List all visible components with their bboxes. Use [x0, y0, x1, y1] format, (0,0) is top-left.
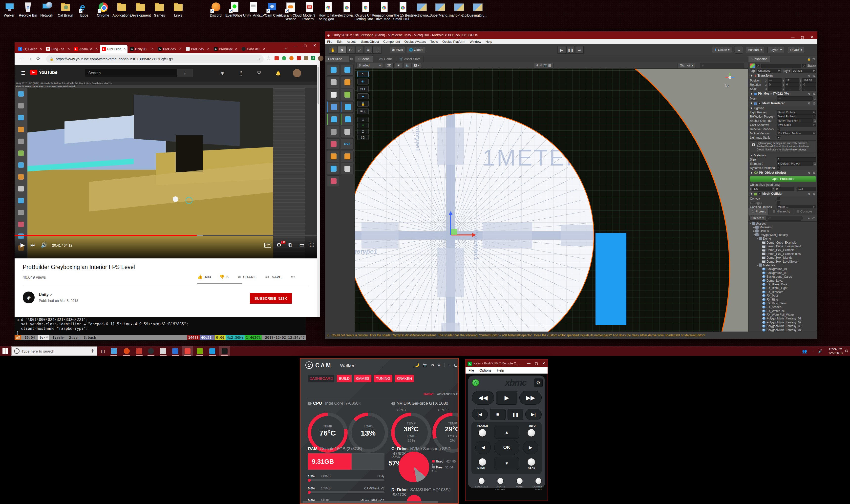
asset-demo-hex-levelselect[interactable]: Demo_Hex_LevelSelect	[748, 260, 815, 263]
left-button[interactable]: ◀	[475, 441, 491, 454]
power-button[interactable]: ⏻	[472, 379, 480, 386]
meshcollider-header[interactable]: ▼ ▦✓Mesh Collider⧉ ⚙	[748, 191, 817, 196]
next-button[interactable]: ▶|	[525, 409, 542, 420]
ok-button[interactable]: OK	[494, 440, 519, 455]
profile-avatar[interactable]	[318, 56, 323, 61]
asset-oculus[interactable]: ▶Oculus	[748, 229, 815, 233]
play-button[interactable]: ▶	[558, 46, 566, 54]
progress-track[interactable]	[203, 235, 320, 236]
inspector-menu-icon[interactable]: ▾≡	[812, 57, 815, 60]
video-player[interactable]: Unity 2017.1.0f3 (64bit) - Untitled - Pr…	[15, 82, 320, 258]
asset-fx-blank-dark[interactable]: FX_Blank_Dark	[748, 282, 815, 286]
browser-tab-8[interactable]: ◈ProBuilde✕	[212, 45, 239, 53]
settings-gear-icon[interactable]: ⚙	[276, 242, 282, 248]
cam-tab-tuning[interactable]: TUNING	[374, 375, 392, 382]
fullscreen-button[interactable]: ⛶	[310, 242, 314, 248]
rewind-button[interactable]: ◀◀	[472, 391, 494, 405]
progrids-3d-toggle[interactable]: 3D	[357, 135, 369, 140]
gizmos-dropdown[interactable]: Gizmos ▾	[677, 63, 695, 68]
progrids-snap-off-button[interactable]: OFF	[357, 86, 369, 92]
lighting-foldout[interactable]: Lighting	[754, 107, 764, 110]
maximize-button[interactable]: ▢	[454, 363, 458, 367]
rotate-tool-icon[interactable]: ⟳	[346, 46, 355, 54]
view-tab-expanded[interactable]: E	[456, 392, 458, 396]
rot-z-field[interactable]: 0	[802, 83, 816, 87]
probuilder-vertex-colors-button[interactable]	[341, 89, 354, 100]
youtube-logo-text[interactable]: YouTube	[39, 70, 57, 75]
progrids-y-axis[interactable]: Y	[357, 123, 369, 128]
send-text-button[interactable]	[478, 478, 485, 484]
pivot-toggle[interactable]: ◉ Pivot	[390, 47, 405, 53]
bookmark-star-icon[interactable]: ☆	[267, 56, 270, 61]
scene-lighting-icon[interactable]: ☀	[395, 63, 402, 68]
unity-menu-window[interactable]: Window	[470, 40, 481, 43]
project-search-input[interactable]: ⌕	[766, 216, 803, 221]
tray-volume-icon[interactable]: 🔊	[817, 348, 824, 355]
probuilder-freeze-transform-button[interactable]	[327, 175, 340, 187]
user-avatar[interactable]	[293, 69, 301, 77]
browser-tab-1[interactable]: f(1) Faceb✕	[16, 45, 44, 53]
dynamic-occluded-checkbox[interactable]: ✓	[777, 166, 780, 170]
taskbar-app-explorer[interactable]	[110, 348, 117, 355]
unity-menu-assets[interactable]: Assets	[347, 40, 356, 43]
mic-icon[interactable]: 🎙	[91, 349, 95, 353]
save-button[interactable]: SAVE	[272, 275, 282, 279]
element0-field[interactable]: ● Default_Prototy	[777, 162, 813, 166]
share-icon[interactable]: ➦	[238, 275, 241, 279]
asset-polygonminis-fantasy-03[interactable]: PolygonMinis_Fantasy_03	[748, 324, 815, 328]
page-scrollbar[interactable]	[317, 65, 320, 317]
mesh-field[interactable]: —	[777, 96, 813, 101]
scale-tool-icon[interactable]: ⤢	[355, 46, 364, 54]
probuilder-new-shape-button[interactable]	[327, 64, 340, 76]
new-tab-button[interactable]: +	[284, 46, 287, 52]
close-button[interactable]: ✕	[313, 43, 316, 48]
view-tab-advanced[interactable]: ADVANCED	[437, 392, 455, 396]
maximize-button[interactable]: ▢	[535, 360, 538, 367]
more-actions-icon[interactable]: •••	[291, 275, 295, 279]
asset-demo-cube-example[interactable]: Demo_Cube_Example	[748, 241, 815, 244]
cam-tab-dashboard[interactable]: DASHBOARD	[308, 375, 334, 382]
progrids-snap-icons[interactable]: ❄ ☀ 📷 ▦	[534, 63, 554, 68]
asset-background-cards[interactable]: Background_Cards	[748, 275, 815, 278]
scene-search-input[interactable]: ⌕	[700, 63, 744, 68]
create-dropdown[interactable]: Create ▾	[749, 216, 766, 221]
volume-icon[interactable]: 🔊	[41, 242, 48, 248]
tab-game[interactable]: 🎮 Game	[376, 56, 396, 62]
guide-hamburger-icon[interactable]: ☰	[21, 70, 25, 76]
task-view-button[interactable]: ◫	[100, 348, 106, 355]
probuilder-mirror-objects-button[interactable]	[327, 101, 340, 113]
blue-wall-object[interactable]	[596, 233, 627, 325]
transform-tool-icon[interactable]: ⬚	[373, 46, 381, 54]
unity-menu-oculus-avatars[interactable]: Oculus Avatars	[404, 40, 426, 43]
tray-people-icon[interactable]: 👥	[801, 348, 808, 355]
asset-fx-blossom[interactable]: FX_Blossom	[748, 290, 815, 294]
asset-demo-hex-islands[interactable]: Demo_Hex_Islands	[748, 256, 815, 260]
collab-button[interactable]: ⬆ Collab ▾	[712, 47, 732, 53]
rot-x-field[interactable]: 0	[768, 83, 782, 87]
reflection-probes-dropdown[interactable]: Blend Probes	[777, 114, 816, 119]
unity-menu-component[interactable]: Component	[383, 40, 400, 43]
asset-demo[interactable]: ▼Demo	[748, 237, 815, 241]
probuilder-probuilderize-button[interactable]	[327, 151, 340, 162]
play-button[interactable]: ▶	[20, 242, 25, 248]
light-probes-dropdown[interactable]: Blend Probes	[777, 110, 816, 114]
progrids-lock-icon[interactable]: 🔒	[357, 101, 369, 107]
layer-dropdown[interactable]: Default	[792, 69, 816, 73]
minimize-button[interactable]: —	[527, 360, 530, 367]
minimize-button[interactable]: —	[293, 43, 297, 48]
tab-scene[interactable]: # Scene	[355, 56, 373, 62]
ext-abp-icon[interactable]	[297, 56, 301, 60]
probuilder-flip-normals-button[interactable]	[341, 101, 354, 113]
upload-video-icon[interactable]: ⊕	[221, 71, 224, 76]
settings-gear-icon[interactable]: ⚙	[437, 363, 440, 367]
taskbar-app-edge[interactable]	[209, 348, 216, 355]
orientation-gizmo[interactable]	[724, 72, 735, 83]
profile-name[interactable]: Walker	[340, 363, 354, 368]
forward-icon[interactable]: →	[28, 56, 32, 61]
tab-close-icon[interactable]: ✕	[39, 47, 42, 51]
cast-shadows-dropdown[interactable]: Two Sided	[777, 123, 816, 127]
view-tab-basic[interactable]: BASIC	[423, 392, 433, 396]
probuilder-flip-edge-button[interactable]	[341, 151, 354, 162]
progrids-z-axis[interactable]: Z	[357, 129, 369, 134]
youtube-logo-icon[interactable]: ▶	[30, 70, 37, 75]
